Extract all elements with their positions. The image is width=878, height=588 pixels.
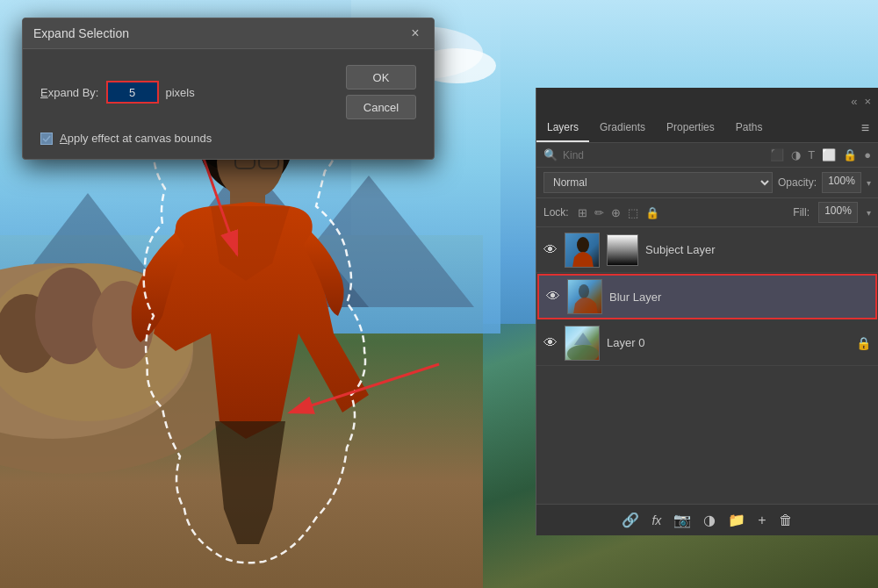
opacity-label: Opacity: (778, 176, 817, 189)
ok-button[interactable]: OK (346, 65, 416, 90)
filter-type-icon[interactable]: T (808, 148, 815, 161)
layer-mask-thumb-subject (607, 234, 638, 266)
link-layers-icon[interactable]: 🔗 (622, 512, 639, 528)
opacity-value[interactable]: 100% (822, 172, 861, 193)
search-filter-icons: ⬛ ◑ T ⬜ 🔒 ● (770, 148, 871, 161)
canvas-bounds-checkbox[interactable] (40, 133, 53, 145)
fill-label: Fill: (793, 206, 810, 219)
tab-paths[interactable]: Paths (725, 114, 774, 142)
new-layer-icon[interactable]: + (758, 513, 766, 528)
svg-rect-29 (608, 234, 637, 266)
lock-brush-icon[interactable]: ✏ (594, 206, 604, 219)
fill-chevron-icon[interactable]: ▾ (867, 208, 871, 218)
layers-list: 👁 (536, 227, 878, 504)
dialog-body: Expand By: pixels OK Cancel Apply effect… (23, 49, 434, 159)
layer-visibility-blur[interactable]: 👁 (546, 289, 560, 305)
layer-item-blur[interactable]: 👁 Blur Layer (537, 274, 877, 319)
layer-name-base: Layer 0 (607, 336, 849, 349)
layer-visibility-base[interactable]: 👁 (543, 335, 558, 351)
forest-layer (0, 235, 483, 588)
filter-adjustment-icon[interactable]: ◑ (791, 148, 801, 161)
lock-row: Lock: ⊞ ✏ ⊕ ⬚ 🔒 Fill: 100% ▾ (536, 198, 878, 227)
lock-icons: ⊞ ✏ ⊕ ⬚ 🔒 (578, 206, 659, 219)
fill-value[interactable]: 100% (818, 202, 858, 223)
add-mask-icon[interactable]: 📷 (673, 512, 691, 528)
filter-shape-icon[interactable]: ⬜ (822, 148, 836, 161)
cancel-button[interactable]: Cancel (346, 95, 416, 119)
search-icon: 🔍 (543, 148, 558, 161)
expand-by-label: Expand By: (40, 86, 99, 99)
canvas-bounds-row: Apply effect at canvas bounds (40, 132, 416, 145)
layer-item-base[interactable]: 👁 Layer 0 🔒 (536, 320, 878, 366)
layers-search-input[interactable] (563, 149, 765, 161)
collapse-arrow-icon[interactable]: « (851, 95, 857, 108)
dialog-title: Expand Selection (33, 26, 129, 40)
fx-icon[interactable]: fx (651, 513, 661, 527)
panel-close-icon[interactable]: × (864, 95, 871, 108)
layer-item-subject[interactable]: 👁 (536, 227, 878, 273)
panel-menu-button[interactable]: ≡ (853, 115, 878, 141)
layers-bottom-toolbar: 🔗 fx 📷 ◑ 📁 + 🗑 (536, 504, 878, 535)
layers-search-bar: 🔍 ⬛ ◑ T ⬜ 🔒 ● (536, 143, 878, 168)
layers-panel: Layers Gradients Properties Paths ≡ 🔍 ⬛ … (536, 114, 878, 535)
pixels-label: pixels (166, 86, 195, 99)
filter-dot-icon[interactable]: ● (864, 148, 871, 161)
layer-thumb-blur (567, 279, 602, 314)
new-group-icon[interactable]: 📁 (728, 512, 745, 528)
dialog-titlebar: Expand Selection × (23, 18, 434, 49)
dialog-buttons: OK Cancel (346, 65, 416, 119)
layers-panel-header: Layers Gradients Properties Paths ≡ (536, 114, 878, 143)
expand-by-row: Expand By: pixels OK Cancel (40, 65, 416, 119)
expand-by-input[interactable] (106, 81, 159, 104)
layer-thumb-subject (565, 233, 600, 268)
lock-all-icon[interactable]: 🔒 (645, 206, 659, 219)
adjustment-layer-icon[interactable]: ◑ (703, 512, 716, 528)
checkbox-check-icon (42, 134, 51, 143)
panel-top-collapse: « × (536, 88, 878, 116)
lock-label: Lock: (543, 206, 569, 219)
tab-gradients[interactable]: Gradients (589, 114, 656, 142)
filter-smart-icon[interactable]: 🔒 (843, 148, 857, 161)
tab-layers[interactable]: Layers (536, 114, 589, 142)
opacity-chevron-icon[interactable]: ▾ (867, 178, 871, 188)
layer-thumb-base (565, 326, 600, 361)
lock-checkerboard-icon[interactable]: ⊞ (578, 206, 587, 219)
svg-point-31 (579, 284, 589, 298)
layer-name-subject: Subject Layer (645, 243, 871, 256)
svg-point-28 (577, 237, 589, 253)
delete-layer-icon[interactable]: 🗑 (779, 513, 793, 528)
expand-selection-dialog: Expand Selection × Expand By: pixels OK … (22, 18, 435, 160)
canvas-bounds-label: Apply effect at canvas bounds (60, 132, 212, 145)
lock-move-icon[interactable]: ⊕ (611, 206, 621, 219)
layer-name-blur: Blur Layer (609, 290, 868, 304)
lock-artboard-icon[interactable]: ⬚ (628, 206, 638, 219)
blend-mode-select[interactable]: Normal (543, 172, 773, 193)
tab-properties[interactable]: Properties (656, 114, 725, 142)
dialog-close-button[interactable]: × (407, 25, 423, 41)
layer-visibility-subject[interactable]: 👁 (543, 242, 558, 258)
blend-mode-row: Normal Opacity: 100% ▾ (536, 168, 878, 198)
filter-image-icon[interactable]: ⬛ (770, 148, 784, 161)
layer-lock-icon: 🔒 (856, 336, 871, 350)
panel-tabs: Layers Gradients Properties Paths (536, 114, 853, 142)
